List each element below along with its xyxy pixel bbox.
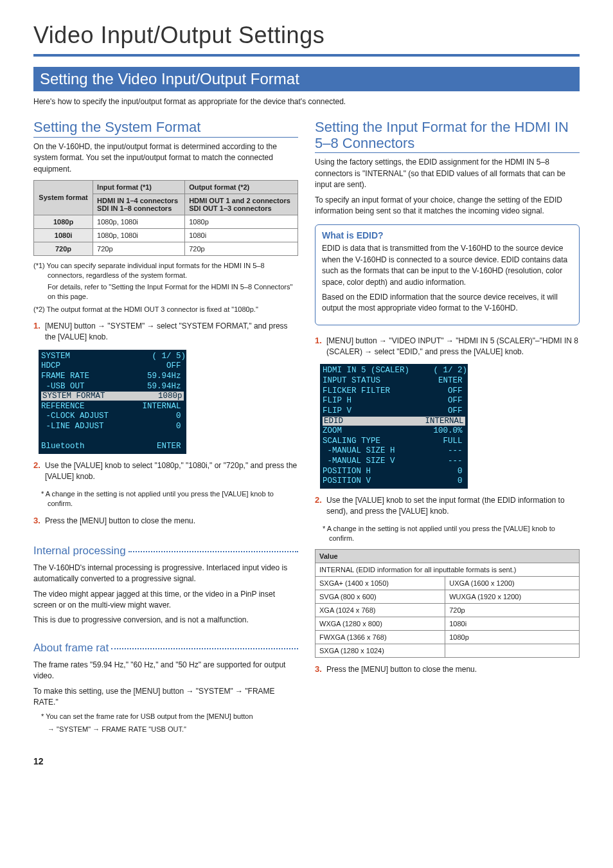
cell: INTERNAL (EDID information for all input… [315, 563, 580, 576]
step-text: Press the [MENU] button to close the men… [326, 664, 580, 675]
paragraph: Using the factory settings, the EDID ass… [315, 157, 580, 190]
cell: WUXGA (1920 x 1200) [445, 590, 580, 603]
cell: 1080p [445, 630, 580, 644]
cell: 1080i [34, 228, 93, 242]
step: 3. Press the [MENU] button to close the … [33, 516, 298, 527]
paragraph: The V-160HD's internal processing is pro… [33, 563, 298, 585]
cell: SVGA (800 x 600) [315, 590, 445, 603]
table-row: SXGA (1280 x 1024) [315, 644, 580, 657]
subsection-heading: Setting the Input Format for the HDMI IN… [315, 119, 580, 154]
cell: 1080p [34, 215, 93, 228]
lcd-selection: EDID INTERNAL [323, 417, 465, 426]
cell: UXGA (1600 x 1200) [445, 576, 580, 590]
intro-text: Here's how to specify the input/output f… [33, 96, 580, 107]
cell: 1080i [185, 228, 298, 242]
subsection-heading: Setting the System Format [33, 119, 298, 138]
cell: SXGA+ (1400 x 1050) [315, 576, 445, 590]
edid-value-table: Value INTERNAL (EDID information for all… [315, 549, 580, 658]
cell: 1080p, 1080i [93, 228, 185, 242]
lcd-screenshot: HDMI IN 5 (SCALER) ( 1/ 2) INPUT STATUS … [320, 364, 468, 489]
step-text: Press the [MENU] button to close the men… [45, 516, 298, 527]
step: 2. Use the [VALUE] knob to select "1080p… [33, 460, 298, 483]
note: → "SYSTEM" → FRAME RATE "USB OUT." [41, 725, 298, 734]
step: 1. [MENU] button → "VIDEO INPUT" → "HDMI… [315, 336, 580, 358]
paragraph: EDID is data that is transmitted from th… [322, 243, 573, 288]
note: * A change in the setting is not applied… [323, 524, 580, 544]
lcd-screenshot: SYSTEM ( 1/ 5) HDCP OFF FRAME RATE 59.94… [39, 350, 186, 454]
table-row: WXGA (1280 x 800)1080i [315, 617, 580, 630]
cell: 1080p, 1080i [93, 215, 185, 228]
table-row: 720p 720p 720p [34, 242, 298, 255]
step: 3. Press the [MENU] button to close the … [315, 664, 580, 675]
lcd-line: ZOOM 100.0% SCALING TYPE FULL -MANUAL SI… [323, 426, 463, 485]
callout-title: What is EDID? [322, 230, 573, 240]
cell: 1080p [185, 215, 298, 228]
table-row: 1080p 1080p, 1080i 1080p [34, 215, 298, 228]
step: 2. Use the [VALUE] knob to set the input… [315, 495, 580, 518]
cell: 720p [93, 242, 185, 255]
dotted-rule [129, 551, 298, 552]
table-row: XGA (1024 x 768)720p [315, 603, 580, 617]
cell: FWXGA (1366 x 768) [315, 630, 445, 644]
sub-heading: Internal processing [33, 545, 126, 557]
step-number: 2. [315, 495, 326, 518]
step-number: 3. [315, 664, 326, 675]
table-header: Output format (*2) [185, 180, 298, 194]
page-number: 12 [33, 756, 580, 766]
paragraph: To specify an input format of your choic… [315, 195, 580, 217]
footnote: (*1) You can specify separate individual… [33, 261, 298, 281]
step-number: 3. [33, 516, 45, 527]
dotted-rule [111, 648, 298, 649]
footnote: For details, refer to "Setting the Input… [33, 282, 298, 302]
info-callout: What is EDID? EDID is data that is trans… [315, 224, 580, 325]
step-text: Use the [VALUE] knob to select "1080p," … [45, 460, 298, 483]
paragraph: The video might appear jagged at this ti… [33, 589, 298, 611]
right-column: Setting the Input Format for the HDMI IN… [315, 119, 580, 737]
section-heading: Setting the Video Input/Output Format [33, 67, 580, 91]
table-subheader: HDMI IN 1–4 connectors SDI IN 1–8 connec… [93, 194, 185, 215]
cell: 720p [445, 603, 580, 617]
step-number: 1. [33, 321, 45, 343]
table-row: FWXGA (1366 x 768)1080p [315, 630, 580, 644]
system-format-table: System format Input format (*1) Output f… [33, 180, 298, 256]
cell [445, 644, 580, 657]
cell: WXGA (1280 x 800) [315, 617, 445, 630]
chapter-title: Video Input/Output Settings [33, 22, 580, 57]
table-header: Input format (*1) [93, 180, 185, 194]
table-row: SXGA+ (1400 x 1050)UXGA (1600 x 1200) [315, 576, 580, 590]
table-row: 1080i 1080p, 1080i 1080i [34, 228, 298, 242]
step-text: [MENU] button → "VIDEO INPUT" → "HDMI IN… [326, 336, 580, 358]
cell: 1080i [445, 617, 580, 630]
step: 1. [MENU] button → "SYSTEM" → select "SY… [33, 321, 298, 343]
lcd-line: HDMI IN 5 (SCALER) ( 1/ 2) INPUT STATUS … [323, 366, 467, 415]
lcd-selection: SYSTEM FORMAT 1080p [41, 392, 184, 401]
step-text: Use the [VALUE] knob to set the input fo… [326, 495, 580, 518]
paragraph: To make this setting, use the [MENU] but… [33, 686, 298, 709]
cell: 720p [185, 242, 298, 255]
note: * You can set the frame rate for USB out… [41, 712, 298, 721]
step-text: [MENU] button → "SYSTEM" → select "SYSTE… [45, 321, 298, 343]
cell: 720p [34, 242, 93, 255]
paragraph: Based on the EDID information that the s… [322, 292, 573, 314]
step-number: 1. [315, 336, 326, 358]
cell: SXGA (1280 x 1024) [315, 644, 445, 657]
paragraph: This is due to progressive conversion, a… [33, 615, 298, 626]
cell: XGA (1024 x 768) [315, 603, 445, 617]
paragraph: The frame rates "59.94 Hz," "60 Hz," and… [33, 660, 298, 682]
table-row: SVGA (800 x 600)WUXGA (1920 x 1200) [315, 590, 580, 603]
lcd-line: REFERENCE INTERNAL -CLOCK ADJUST 0 -LINE… [41, 402, 181, 451]
lcd-line: SYSTEM ( 1/ 5) HDCP OFF FRAME RATE 59.94… [41, 352, 186, 391]
table-subheader: HDMI OUT 1 and 2 connectors SDI OUT 1–3 … [185, 194, 298, 215]
paragraph: On the V-160HD, the input/output format … [33, 141, 298, 175]
table-header: Value [315, 549, 580, 563]
footnote: (*2) The output format at the HDMI OUT 3… [33, 305, 298, 314]
table-header: System format [34, 180, 93, 215]
step-number: 2. [33, 460, 45, 483]
left-column: Setting the System Format On the V-160HD… [33, 119, 298, 737]
sub-heading: About frame rat [33, 642, 109, 655]
note: * A change in the setting is not applied… [41, 489, 298, 509]
